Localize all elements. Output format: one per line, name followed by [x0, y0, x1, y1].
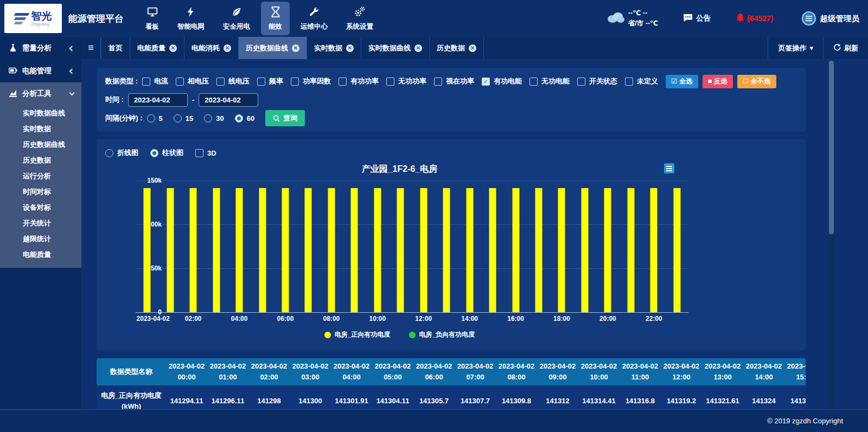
- caret-down-icon: ▾: [809, 44, 813, 52]
- interval-radio-15[interactable]: 15: [174, 114, 193, 122]
- time-from-input[interactable]: [128, 93, 188, 107]
- checkbox-icon: ✓: [482, 78, 490, 86]
- select-all-button[interactable]: ☑ 全选: [666, 75, 698, 88]
- radio-icon: [105, 149, 113, 157]
- checkbox-label: 电流: [154, 76, 168, 86]
- sidebar-item-历史数据曲线[interactable]: 历史数据曲线: [0, 137, 81, 152]
- refresh-label: 刷新: [844, 43, 858, 53]
- refresh-button[interactable]: 刷新: [823, 37, 868, 59]
- sidebar-group-label: 电能管理: [22, 66, 52, 76]
- nav-label: 看板: [145, 22, 159, 31]
- table-header-cell: 2023-04-02 10:00: [578, 358, 620, 385]
- query-button[interactable]: 查询: [265, 110, 305, 126]
- checkbox-无功功率[interactable]: 无功功率: [386, 76, 426, 86]
- checkbox-开关状态[interactable]: 开关状态: [577, 76, 617, 86]
- alarm-button[interactable]: (64527): [736, 13, 773, 24]
- sidebar-submenu: 实时数据曲线实时数据历史数据曲线历史数据运行分析时间对标设备对标开关统计越限统计…: [0, 105, 81, 262]
- tab-operations-dropdown[interactable]: 页签操作 ▾: [768, 37, 823, 59]
- checkbox-label: 功率因数: [303, 76, 331, 86]
- sidebar-item-实时数据曲线[interactable]: 实时数据曲线: [0, 105, 81, 121]
- invert-selection-button[interactable]: ■ 反选: [703, 75, 733, 88]
- y-axis-tick: 150k: [147, 177, 162, 184]
- checkbox-label: 有功功率: [350, 76, 379, 86]
- checkbox-icon: [625, 78, 633, 86]
- sidebar-item-电能质量[interactable]: 电能质量: [0, 247, 81, 262]
- interval-radio-30[interactable]: 30: [204, 114, 224, 122]
- sidebar-item-设备对标[interactable]: 设备对标: [0, 199, 81, 215]
- hamburger-menu-icon[interactable]: ≡: [81, 37, 101, 59]
- checkbox-icon: [195, 149, 203, 157]
- tab-close-icon[interactable]: ✕: [224, 44, 231, 52]
- tab-电能质量[interactable]: 电能质量✕: [130, 37, 184, 59]
- sidebar-group-energy-mgmt[interactable]: 电能管理: [0, 60, 81, 82]
- scrollbar-thumb[interactable]: [829, 61, 834, 234]
- sidebar-group-demand-analysis[interactable]: 需量分析: [0, 37, 81, 60]
- query-label: 查询: [283, 113, 297, 123]
- x-axis-tick: 18:00: [553, 315, 570, 323]
- checkbox-电流[interactable]: 电流: [142, 76, 168, 86]
- tab-close-icon[interactable]: ✕: [346, 44, 354, 52]
- nav-item-kanban[interactable]: 看板: [138, 2, 167, 35]
- chart-menu-icon[interactable]: [664, 163, 674, 173]
- interval-radio-60[interactable]: 60: [235, 114, 254, 122]
- tab-首页[interactable]: 首页: [101, 37, 130, 59]
- tab-实时数据曲线[interactable]: 实时数据曲线✕: [361, 37, 430, 59]
- sidebar-item-历史数据[interactable]: 历史数据: [0, 152, 81, 168]
- table-cell: 141296.11: [207, 385, 248, 409]
- line-chart-radio[interactable]: 折线图: [105, 148, 138, 158]
- tab-close-icon[interactable]: ✕: [469, 44, 476, 52]
- refresh-icon: [833, 43, 841, 53]
- sidebar-item-运行分析[interactable]: 运行分析: [0, 168, 81, 184]
- x-axis-tick: 10:00: [369, 315, 386, 323]
- legend-dot: [324, 332, 331, 338]
- sidebar-group-analysis-tools[interactable]: 分析工具: [0, 82, 81, 105]
- tab-close-icon[interactable]: ✕: [414, 44, 422, 52]
- legend-item-电房_负向有功电度[interactable]: 电房_负向有功电度: [409, 330, 475, 339]
- threed-checkbox[interactable]: 3D: [195, 149, 216, 157]
- select-none-button[interactable]: ☐ 全不选: [737, 75, 776, 88]
- nav-item-energy-efficiency[interactable]: 能效: [261, 2, 290, 35]
- user-menu[interactable]: 超级管理员: [802, 11, 860, 25]
- nav-item-safe-power[interactable]: 安全用电: [215, 2, 258, 35]
- checkbox-有功功率[interactable]: 有功功率: [339, 76, 379, 86]
- checkbox-label: 线电压: [228, 76, 250, 86]
- sidebar-item-时间对标[interactable]: 时间对标: [0, 184, 81, 199]
- footer: © 2019 zgzdh Copyright: [0, 409, 868, 432]
- announcement-button[interactable]: 公告: [683, 14, 711, 24]
- nav-item-smart-grid[interactable]: 智能电网: [170, 2, 212, 35]
- checkbox-未定义[interactable]: 未定义: [625, 76, 658, 86]
- table-header-cell: 2023-04-02 14:00: [743, 358, 784, 385]
- tab-历史数据曲线[interactable]: 历史数据曲线✕: [239, 37, 307, 59]
- checkbox-无功电能[interactable]: 无功电能: [529, 76, 570, 86]
- time-to-input[interactable]: [199, 93, 258, 107]
- checkbox-有功电能[interactable]: ✓有功电能: [482, 76, 522, 86]
- tab-电能消耗[interactable]: 电能消耗✕: [184, 37, 239, 59]
- sidebar-item-越限统计[interactable]: 越限统计: [0, 231, 81, 247]
- bar: [144, 188, 151, 312]
- table-header-cell: 2023-04-02 03:00: [290, 358, 331, 385]
- bar-chart-radio[interactable]: 柱状图: [150, 148, 183, 158]
- table-cell: 141298: [248, 385, 290, 409]
- checkbox-功率因数[interactable]: 功率因数: [291, 76, 331, 86]
- tab-实时数据[interactable]: 实时数据✕: [307, 37, 361, 59]
- scrollbar[interactable]: [829, 60, 834, 409]
- checkbox-相电压[interactable]: 相电压: [176, 76, 209, 86]
- checkbox-线电压[interactable]: 线电压: [216, 76, 250, 86]
- sidebar-item-实时数据[interactable]: 实时数据: [0, 121, 81, 137]
- nav-item-system-settings[interactable]: 系统设置: [339, 2, 381, 35]
- tab-历史数据[interactable]: 历史数据✕: [430, 37, 484, 59]
- tab-close-icon[interactable]: ✕: [169, 44, 177, 52]
- sidebar-item-开关统计[interactable]: 开关统计: [0, 215, 81, 231]
- tab-close-icon[interactable]: ✕: [292, 44, 299, 52]
- nav-item-ops-center[interactable]: 运维中心: [293, 2, 335, 35]
- legend-item-电房_正向有功电度[interactable]: 电房_正向有功电度: [324, 330, 391, 339]
- interval-radio-5[interactable]: 5: [147, 114, 163, 122]
- table-cell: 141316.8: [620, 385, 661, 409]
- checkbox-视在功率[interactable]: 视在功率: [434, 76, 474, 86]
- legend-dot: [409, 332, 416, 338]
- logo-brand: 智光: [31, 11, 52, 21]
- chart-title: 产业园_1F2-6_电房: [105, 161, 694, 177]
- checkbox-频率[interactable]: 频率: [257, 76, 283, 86]
- checkbox-icon: [257, 78, 265, 86]
- tabbar: ≡ 首页电能质量✕电能消耗✕历史数据曲线✕实时数据✕实时数据曲线✕历史数据✕ 页…: [81, 37, 868, 60]
